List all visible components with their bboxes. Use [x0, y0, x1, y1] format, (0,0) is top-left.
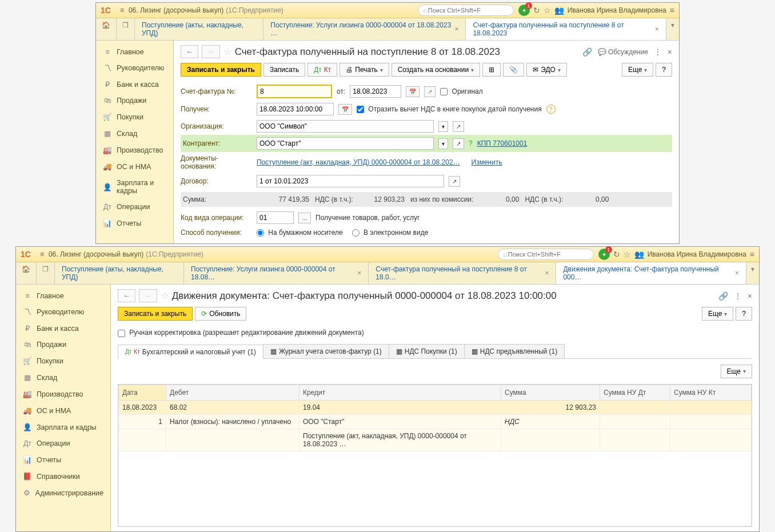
- sidebar-item[interactable]: 〽Руководителю: [16, 304, 110, 320]
- sidebar-item[interactable]: 🛍Продажи: [16, 337, 110, 353]
- link-icon[interactable]: 🔗: [582, 47, 592, 57]
- tabs-overflow[interactable]: ▾: [746, 262, 759, 284]
- dtk-button[interactable]: ДтКт: [307, 63, 337, 77]
- sidebar-item[interactable]: 🚚ОС и НМА: [96, 158, 173, 175]
- tab-2[interactable]: Счет-фактура полученный на поступление 8…: [369, 262, 556, 284]
- sidebar-item[interactable]: ₽Банк и касса: [16, 320, 110, 337]
- star-icon[interactable]: ☆: [544, 6, 551, 15]
- tab-windows[interactable]: ❐: [117, 18, 135, 40]
- close-icon[interactable]: ×: [668, 47, 672, 57]
- sidebar-item[interactable]: 👤Зарплата и кадры: [96, 175, 173, 199]
- register-button[interactable]: ⊞: [482, 63, 501, 77]
- sidebar-item[interactable]: 📊Отчеты: [96, 215, 173, 231]
- print-button[interactable]: 🖨 Печать: [339, 63, 389, 77]
- sidebar-item[interactable]: ДтОперации: [16, 435, 110, 451]
- open-icon[interactable]: ↗: [453, 121, 464, 132]
- help-icon[interactable]: ?: [469, 139, 473, 147]
- tab-2[interactable]: Счет-фактура полученный на поступление 8…: [466, 18, 666, 40]
- notification-badge[interactable]: ✦: [518, 5, 530, 16]
- sidebar-item[interactable]: ≡Главное: [16, 288, 110, 304]
- attach-button[interactable]: 📎: [503, 63, 524, 77]
- discuss-link[interactable]: 💬 Обсуждение: [598, 48, 648, 56]
- sidebar-item[interactable]: ▦Склад: [96, 125, 173, 142]
- favorite-icon[interactable]: ☆: [161, 290, 169, 301]
- back-button[interactable]: ←: [181, 45, 198, 58]
- close-icon[interactable]: ×: [357, 269, 361, 277]
- search-box[interactable]: ⌕: [498, 249, 594, 260]
- sidebar-item[interactable]: 📕Справочники: [16, 468, 110, 485]
- sidebar-item[interactable]: 🛍Продажи: [96, 93, 173, 109]
- save-and-close-button[interactable]: Записать и закрыть: [181, 63, 261, 77]
- grid-more-button[interactable]: Еще: [721, 365, 752, 378]
- menu-icon[interactable]: ≡: [120, 6, 124, 14]
- kebab-icon[interactable]: ⋮: [654, 47, 662, 57]
- sidebar-item[interactable]: ⚙Администрирование: [16, 485, 110, 501]
- contract-input[interactable]: [257, 175, 444, 187]
- ellipsis-icon[interactable]: …: [298, 213, 311, 223]
- reflect-checkbox[interactable]: Отразить вычет НДС в книге покупок датой…: [357, 105, 542, 113]
- close-icon[interactable]: ×: [655, 25, 659, 33]
- back-button[interactable]: ←: [118, 289, 135, 302]
- history-icon[interactable]: ↻: [533, 6, 540, 15]
- edo-button[interactable]: ✉ ЭДО: [526, 63, 567, 77]
- from-date-input[interactable]: [350, 85, 401, 98]
- open-icon[interactable]: ↗: [424, 86, 436, 97]
- info-icon[interactable]: ?: [546, 105, 556, 114]
- tab2-vat-presented[interactable]: ▦ НДС предъявленный (1): [464, 344, 565, 358]
- sidebar-item[interactable]: 〽Руководителю: [96, 60, 173, 76]
- tab-home[interactable]: 🏠: [96, 18, 117, 40]
- settings-icon[interactable]: ≡: [670, 6, 674, 15]
- sidebar-item[interactable]: 🏭Производство: [16, 386, 110, 402]
- tabs-overflow[interactable]: ▾: [666, 18, 679, 40]
- select-icon[interactable]: ▾: [438, 138, 448, 149]
- help-button[interactable]: ?: [656, 63, 672, 77]
- refresh-button[interactable]: ⟳ Обновить: [195, 307, 246, 321]
- search-input[interactable]: [507, 250, 589, 258]
- docs-link[interactable]: Поступление (акт, накладная, УПД) 0000-0…: [257, 158, 460, 166]
- tab-0[interactable]: Поступление (акты, накладные, УПД): [135, 18, 263, 40]
- op-code-input[interactable]: [257, 211, 294, 224]
- sidebar-item[interactable]: 🏭Производство: [96, 142, 173, 158]
- tab2-vat-buy[interactable]: ▦ НДС Покупки (1): [389, 344, 465, 358]
- link-icon[interactable]: 🔗: [718, 291, 728, 301]
- calendar-icon[interactable]: 📅: [338, 104, 352, 115]
- notification-badge[interactable]: ✦: [598, 249, 610, 260]
- sidebar-item[interactable]: 🛒Покупки: [96, 109, 173, 125]
- received-input[interactable]: [257, 103, 334, 115]
- tab-3[interactable]: Движения документа: Счет-фактура получен…: [556, 262, 746, 284]
- org-input[interactable]: [257, 120, 434, 133]
- sidebar-item[interactable]: ДтОперации: [96, 199, 173, 215]
- forward-button[interactable]: →: [139, 289, 157, 302]
- manual-checkbox[interactable]: Ручная корректировка (разрешает редактир…: [118, 329, 364, 337]
- tab-windows[interactable]: ❐: [37, 262, 55, 284]
- close-icon[interactable]: ×: [735, 269, 739, 277]
- method-paper-radio[interactable]: На бумажном носителе: [257, 229, 343, 237]
- sidebar-item[interactable]: 🛒Покупки: [16, 353, 110, 369]
- sidebar-item[interactable]: ₽Банк и касса: [96, 76, 173, 93]
- accounting-grid[interactable]: Дата Дебет Кредит Сумма Сумма НУ Дт Сумм…: [118, 384, 752, 527]
- search-input[interactable]: [427, 6, 509, 14]
- close-icon[interactable]: ×: [545, 269, 549, 277]
- favorite-icon[interactable]: ☆: [223, 46, 231, 57]
- open-icon[interactable]: ↗: [449, 176, 460, 187]
- create-based-button[interactable]: Создать на основании: [392, 63, 481, 77]
- save-and-close-button[interactable]: Записать и закрыть: [118, 307, 193, 321]
- change-link[interactable]: Изменить: [472, 158, 502, 166]
- open-icon[interactable]: ↗: [453, 138, 464, 149]
- kpp-link[interactable]: КПП 770601001: [477, 139, 528, 147]
- sidebar-item[interactable]: 👤Зарплата и кадры: [16, 419, 110, 435]
- tab2-accounting[interactable]: ДтКт Бухгалтерский и налоговый учет (1): [118, 345, 263, 359]
- star-icon[interactable]: ☆: [624, 250, 631, 259]
- invoice-no-input[interactable]: [257, 85, 332, 98]
- menu-icon[interactable]: ≡: [40, 250, 44, 258]
- original-checkbox[interactable]: Оригинал: [440, 87, 482, 95]
- method-elec-radio[interactable]: В электронном виде: [352, 229, 429, 237]
- tab-1[interactable]: Поступление: Услуги лизинга 0000-000004 …: [184, 262, 369, 284]
- tab-0[interactable]: Поступление (акты, накладные, УПД): [55, 262, 184, 284]
- sidebar-item[interactable]: 📊Отчеты: [16, 451, 110, 468]
- settings-icon[interactable]: ≡: [750, 250, 754, 259]
- help-button[interactable]: ?: [736, 307, 752, 321]
- select-icon[interactable]: ▾: [438, 121, 448, 132]
- calendar-icon[interactable]: 📅: [406, 86, 420, 97]
- forward-button[interactable]: →: [202, 45, 219, 58]
